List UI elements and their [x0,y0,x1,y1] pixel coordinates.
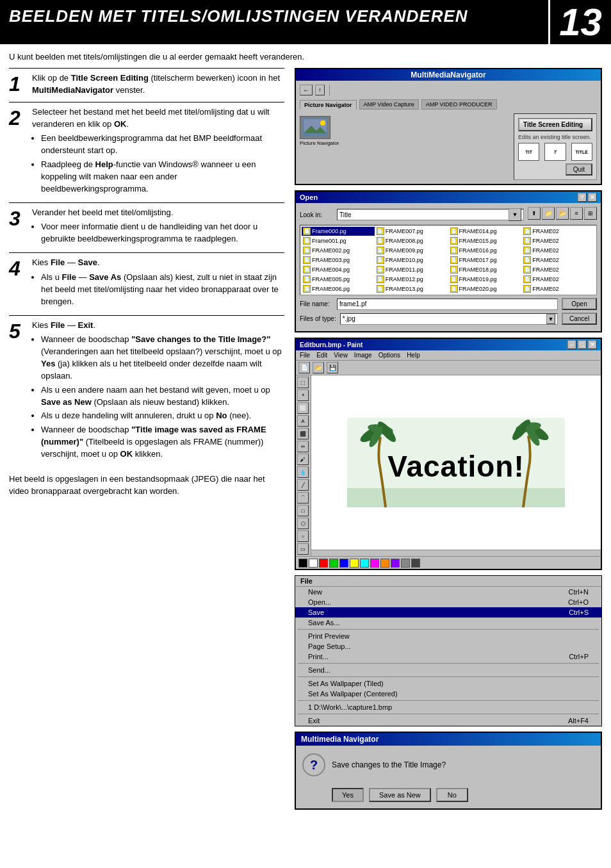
file-item-frame017[interactable]: 📄FRAME017.pg [449,256,522,265]
file-item-frame005[interactable]: 📄FRAME005.pg [302,275,375,284]
mmn-tab-producer[interactable]: AMP VIDEO PRODUCER [421,99,497,110]
file-item-frame008[interactable]: 📄FRAME008.pg [375,236,448,245]
look-in-dropdown[interactable]: Title ▼ [337,209,524,220]
file-item-frame000[interactable]: 📄Frame000.pg [302,227,375,236]
color-cyan[interactable] [360,559,369,568]
nav-details-btn[interactable]: ⊞ [584,207,597,220]
file-menu-save[interactable]: Save Ctrl+S [295,607,601,618]
file-menu-open[interactable]: Open... Ctrl+O [295,597,601,607]
mmn-tab-picture[interactable]: Picture Navigator [300,100,357,110]
paint-tool-open[interactable]: 📂 [313,362,324,373]
file-item-frame003[interactable]: 📄FRAME003.pg [302,256,375,265]
open-dialog-close-btn[interactable]: ✕ [588,193,597,202]
file-menu-recent[interactable]: 1 D:\Work\...\capture1.bmp [295,702,601,712]
paint-menu-help[interactable]: Help [407,352,420,359]
file-item-frame02e[interactable]: 📄FRAME02 [522,265,595,274]
color-darkgray[interactable] [411,559,420,568]
file-item-frame02d[interactable]: 📄FRAME02 [522,256,595,265]
file-menu-wallpaper-tiled[interactable]: Set As Wallpaper (Tiled) [295,678,601,689]
tool-eraser[interactable]: ⬛ [297,428,309,439]
color-blue[interactable] [339,559,348,568]
tool-select[interactable]: ⬚ [297,377,309,388]
tool-lasso[interactable]: ⌖ [297,389,309,401]
title-screen-editing-btn[interactable]: Title Screen Editing [518,118,592,131]
tool-polygon[interactable]: ⬡ [297,518,309,529]
file-item-frame011[interactable]: 📄FRAME011.pg [375,265,448,274]
paint-menu-options[interactable]: Options [379,352,400,359]
color-white[interactable] [309,559,318,568]
color-purple[interactable] [391,559,400,568]
color-black[interactable] [298,559,307,568]
file-menu-saveas[interactable]: Save As... [295,618,601,628]
mmn-tab-video[interactable]: AMP Video Capture [359,99,419,110]
paint-menu-image[interactable]: Image [354,352,372,359]
tool-brush[interactable]: 🖌 [297,454,309,465]
file-menu-pagesetup[interactable]: Page Setup... [295,641,601,651]
paint-tool-save[interactable]: 💾 [327,362,338,373]
file-menu-printpreview[interactable]: Print Preview [295,631,601,641]
nav-back-btn[interactable]: ⬆ [528,207,541,220]
nav-list-btn[interactable]: ≡ [570,207,583,220]
file-menu-print[interactable]: Print... Ctrl+P [295,651,601,662]
open-btn[interactable]: Open [562,298,597,310]
tool-fill[interactable]: ⬜ [297,402,309,414]
save-yes-btn[interactable]: Yes [332,788,364,802]
file-item-frame014[interactable]: 📄FRAME014.pg [449,227,522,236]
tool-spray[interactable]: 💧 [297,466,309,478]
color-red[interactable] [319,559,328,568]
filename-input[interactable] [337,299,558,310]
paint-scrollbar-h[interactable] [311,550,601,556]
paint-menu-edit[interactable]: Edit [316,352,327,359]
tool-pencil[interactable]: ✏ [297,441,309,452]
file-item-frame007[interactable]: 📄FRAME007.pg [375,227,448,236]
file-menu-send[interactable]: Send... [295,665,601,675]
filetype-dropdown[interactable]: *.jpg ▼ [340,313,558,325]
tool-text[interactable]: A [297,415,309,427]
color-gray[interactable] [401,559,410,568]
file-item-frame015[interactable]: 📄FRAME015.pg [449,236,522,245]
file-item-frame02a[interactable]: 📄FRAME02 [522,227,595,236]
color-green[interactable] [329,559,338,568]
file-item-frame009[interactable]: 📄FRAME009.pg [375,246,448,255]
file-item-frame002[interactable]: 📄FRAME002.pg [302,246,375,255]
file-item-frame019[interactable]: 📄FRAME019.pg [449,275,522,284]
tool-rrect[interactable]: ▭ [297,543,309,555]
file-item-frame02b[interactable]: 📄FRAME02 [522,236,595,245]
paint-tool-new[interactable]: 📄 [298,362,310,373]
color-yellow[interactable] [350,559,359,568]
color-orange[interactable] [380,559,389,568]
tool-curve[interactable]: ⌒ [297,492,309,504]
tool-ellipse[interactable]: ○ [297,530,309,542]
paint-menu-file[interactable]: File [300,352,310,359]
tool-line[interactable]: ╱ [297,479,309,491]
paint-menu-view[interactable]: View [334,352,348,359]
file-item-frame02c[interactable]: 📄FRAME02 [522,246,595,255]
paint-maximize-btn[interactable]: □ [578,340,587,349]
tool-rect[interactable]: □ [297,505,309,516]
nav-folder-btn[interactable]: 📁 [542,207,555,220]
file-item-frame020[interactable]: 📄FRAME020.pg [449,284,522,293]
paint-minimize-btn[interactable]: ─ [567,340,576,349]
save-no-btn[interactable]: No [436,788,468,802]
open-dialog-help-btn[interactable]: ? [578,193,587,202]
file-item-frame018[interactable]: 📄FRAME018.pg [449,265,522,274]
color-magenta[interactable] [370,559,379,568]
file-menu-exit[interactable]: Exit Alt+F4 [295,716,601,726]
file-item-frame010[interactable]: 📄FRAME010.pg [375,256,448,265]
save-as-new-btn[interactable]: Save as New [369,788,431,802]
file-menu-new[interactable]: New Ctrl+N [295,587,601,597]
file-menu-wallpaper-centered[interactable]: Set As Wallpaper (Centered) [295,689,601,699]
filetype-arrow[interactable]: ▼ [546,314,555,324]
look-in-arrow[interactable]: ▼ [509,208,521,221]
mmn-quit-btn[interactable]: Quit [566,163,592,176]
file-item-frame006[interactable]: 📄FRAME006.pg [302,284,375,293]
file-item-frame013[interactable]: 📄FRAME013.pg [375,284,448,293]
file-item-frame012[interactable]: 📄FRAME012.pg [375,275,448,284]
file-item-frame02f[interactable]: 📄FRAME02 [522,275,595,284]
nav-newfolder-btn[interactable]: 📂 [556,207,569,220]
file-item-frame004[interactable]: 📄FRAME004.pg [302,265,375,274]
cancel-btn[interactable]: Cancel [562,313,597,325]
file-item-frame001[interactable]: 📄Frame001.pg [302,236,375,245]
file-item-frame016[interactable]: 📄FRAME016.pg [449,246,522,255]
file-item-frame02g[interactable]: 📄FRAME02 [522,284,595,293]
